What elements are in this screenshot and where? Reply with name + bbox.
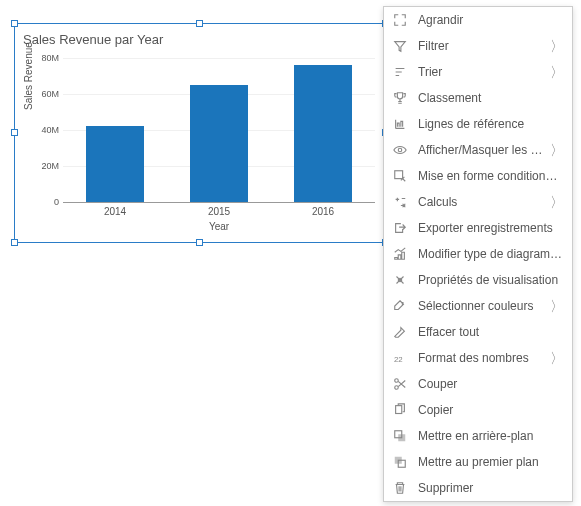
menu-item-label: Couper: [418, 377, 564, 391]
menu-item-label: Agrandir: [418, 13, 564, 27]
chart-widget[interactable]: Sales Revenue par Year Sales Revenue Yea…: [14, 23, 386, 243]
sort-icon: [392, 64, 408, 80]
menu-item[interactable]: Agrandir: [384, 7, 572, 33]
context-menu: AgrandirFiltrer〉Trier〉ClassementLignes d…: [383, 6, 573, 502]
bar[interactable]: [86, 126, 143, 202]
menu-item-label: Effacer tout: [418, 325, 564, 339]
menu-item-label: Trier: [418, 65, 546, 79]
menu-item[interactable]: Exporter enregistrements: [384, 215, 572, 241]
menu-item[interactable]: Lignes de référence: [384, 111, 572, 137]
svg-point-0: [398, 148, 402, 152]
filter-icon: [392, 38, 408, 54]
menu-item-label: Classement: [418, 91, 564, 105]
menu-item-label: Mettre en arrière-plan: [418, 429, 564, 443]
menu-item[interactable]: Mettre en arrière-plan: [384, 423, 572, 449]
svg-rect-10: [395, 457, 402, 464]
menu-item[interactable]: Trier〉: [384, 59, 572, 85]
menu-item[interactable]: Sélectionner couleurs〉: [384, 293, 572, 319]
svg-rect-6: [396, 406, 402, 414]
menu-item-label: Modifier type de diagramme: [418, 247, 564, 261]
x-axis-label: Year: [63, 221, 375, 232]
menu-item-label: Exporter enregistrements: [418, 221, 564, 235]
menu-item[interactable]: Filtrer〉: [384, 33, 572, 59]
resize-handle[interactable]: [11, 20, 18, 27]
svg-rect-1: [395, 171, 403, 179]
menu-item-label: Afficher/Masquer les propriétés: [418, 143, 546, 157]
eye-icon: [392, 142, 408, 158]
cut-icon: [392, 376, 408, 392]
chevron-right-icon: 〉: [550, 299, 564, 313]
resize-handle[interactable]: [196, 239, 203, 246]
menu-item-label: Copier: [418, 403, 564, 417]
copy-icon: [392, 402, 408, 418]
menu-item-label: Propriétés de visualisation: [418, 273, 564, 287]
bring-front-icon: [392, 454, 408, 470]
resize-handle[interactable]: [11, 129, 18, 136]
chevron-right-icon: 〉: [550, 65, 564, 79]
chevron-right-icon: 〉: [550, 351, 564, 365]
bar[interactable]: [190, 85, 247, 202]
menu-item[interactable]: Calculs〉: [384, 189, 572, 215]
reference-lines-icon: [392, 116, 408, 132]
viz-props-icon: [392, 272, 408, 288]
y-axis-label: Sales Revenue: [23, 42, 34, 110]
plot-area: Sales Revenue Year 020M40M60M80M 2014201…: [63, 58, 375, 202]
conditional-format-icon: [392, 168, 408, 184]
menu-item[interactable]: Afficher/Masquer les propriétés〉: [384, 137, 572, 163]
y-tick-label: 20M: [35, 161, 59, 171]
menu-item-label: Sélectionner couleurs: [418, 299, 546, 313]
export-icon: [392, 220, 408, 236]
menu-item[interactable]: Copier: [384, 397, 572, 423]
resize-handle[interactable]: [196, 20, 203, 27]
x-tick-label: 2016: [312, 206, 334, 217]
menu-item[interactable]: Effacer tout: [384, 319, 572, 345]
chart-title: Sales Revenue par Year: [15, 24, 385, 47]
resize-handle[interactable]: [11, 239, 18, 246]
menu-item[interactable]: Supprimer: [384, 475, 572, 501]
svg-point-5: [395, 379, 399, 383]
chevron-right-icon: 〉: [550, 195, 564, 209]
expand-icon: [392, 12, 408, 28]
x-tick-label: 2014: [104, 206, 126, 217]
menu-item[interactable]: Couper: [384, 371, 572, 397]
svg-point-4: [395, 386, 399, 390]
menu-item-label: Mettre au premier plan: [418, 455, 564, 469]
calc-icon: [392, 194, 408, 210]
menu-item[interactable]: Classement: [384, 85, 572, 111]
svg-text:22: 22: [394, 355, 403, 364]
y-tick-label: 80M: [35, 53, 59, 63]
y-tick-label: 40M: [35, 125, 59, 135]
menu-item-label: Lignes de référence: [418, 117, 564, 131]
menu-item[interactable]: Mettre au premier plan: [384, 449, 572, 475]
menu-item-label: Calculs: [418, 195, 546, 209]
chevron-right-icon: 〉: [550, 143, 564, 157]
menu-item-label: Format des nombres: [418, 351, 546, 365]
menu-item[interactable]: 22Format des nombres〉: [384, 345, 572, 371]
menu-item[interactable]: Modifier type de diagramme: [384, 241, 572, 267]
svg-rect-8: [398, 434, 405, 441]
menu-item[interactable]: Mise en forme conditionnelle: [384, 163, 572, 189]
y-tick-label: 0: [35, 197, 59, 207]
eraser-icon: [392, 324, 408, 340]
y-tick-label: 60M: [35, 89, 59, 99]
trash-icon: [392, 480, 408, 496]
colors-icon: [392, 298, 408, 314]
menu-item-label: Supprimer: [418, 481, 564, 495]
menu-item-label: Mise en forme conditionnelle: [418, 169, 564, 183]
menu-item[interactable]: Propriétés de visualisation: [384, 267, 572, 293]
number-format-icon: 22: [392, 350, 408, 366]
chart-type-icon: [392, 246, 408, 262]
send-back-icon: [392, 428, 408, 444]
bar[interactable]: [294, 65, 351, 202]
trophy-icon: [392, 90, 408, 106]
x-tick-label: 2015: [208, 206, 230, 217]
chevron-right-icon: 〉: [550, 39, 564, 53]
menu-item-label: Filtrer: [418, 39, 546, 53]
